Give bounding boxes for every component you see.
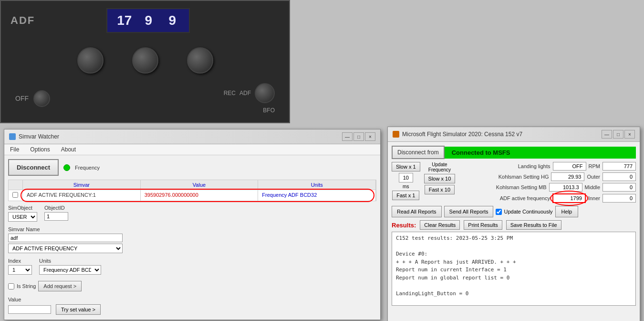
simobject-select[interactable]: USER [8, 212, 37, 222]
top-controls: Disconnect Frequency [8, 159, 376, 176]
left-column: SimObject USER ObjectID Simvar Name ADF [8, 205, 123, 315]
middle-value[interactable] [602, 183, 636, 192]
units-select[interactable]: Frequency ADF BCD32 [39, 265, 101, 275]
update-continuously-checkbox[interactable] [496, 209, 502, 215]
simvar-main-content: Disconnect Frequency Simvar Value Units … [4, 155, 380, 319]
result-line: Device #0: [396, 306, 632, 306]
update-freq-section: UpdateFrequency Slow x 10 Fast x 10 [424, 162, 456, 194]
msfs-minimize-button[interactable]: — [602, 130, 612, 139]
result-line: Report num in global report list = 0 [396, 274, 632, 282]
index-units-section: Index 1 Units Frequency ADF BCD32 [8, 258, 123, 275]
table-data-row: ADF ACTIVE FREQUENCY:1 395902976.0000000… [9, 190, 376, 201]
is-string-checkbox[interactable] [8, 283, 14, 289]
titlebar-controls: — □ × [342, 132, 375, 141]
adf-right-knob[interactable] [255, 83, 275, 103]
row-simvar-cell: ADF ACTIVE FREQUENCY:1 [23, 190, 141, 201]
adf-display: 17 9 9 [106, 8, 190, 33]
menu-about[interactable]: About [59, 146, 78, 153]
msfs-icon [393, 131, 399, 138]
frequency-label: Frequency [75, 165, 100, 171]
adf-adf-label: ADF [239, 90, 251, 96]
objectid-input[interactable] [44, 212, 68, 221]
adf-knob-3[interactable] [187, 47, 213, 74]
simvar-name-label: Simvar Name [8, 226, 123, 232]
adf-knob-2[interactable] [132, 47, 158, 74]
slow-x1-button[interactable]: Slow x 1 [392, 162, 420, 171]
result-line: + + + A Report has just ARRIVED. + + + [396, 258, 632, 267]
col-header-simvar: Simvar [23, 180, 141, 190]
result-line: C152 test results: 2023-05-25 3:25 PM [396, 235, 632, 243]
send-all-reports-button[interactable]: Send All Reports [444, 206, 494, 217]
simvar-name-input[interactable] [8, 234, 123, 242]
msfs-close-button[interactable]: × [624, 130, 635, 139]
update-continuously-row: Update Continuously [496, 209, 552, 215]
read-all-reports-button[interactable]: Read All Reports [392, 206, 442, 217]
simvar-name-section: Simvar Name ADF ACTIVE FREQUENCY [8, 226, 123, 253]
middle-label: Middle [585, 184, 600, 190]
kohlsman-mb-value[interactable] [549, 183, 582, 192]
connection-indicator [63, 164, 70, 171]
kohlsman-hg-value[interactable] [551, 172, 584, 181]
update-freq-label: UpdateFrequency [428, 162, 451, 172]
adf-freq-value[interactable] [552, 193, 586, 203]
left-speed-btns: Slow x 1 10 ms Fast x 1 [392, 162, 420, 200]
result-line: LandingLight_Button = 0 [396, 290, 632, 298]
adf-knob-1[interactable] [77, 47, 104, 74]
titlebar-left: Simvar Watcher [9, 133, 59, 140]
outer-value[interactable] [602, 172, 636, 181]
outer-label: Outer [587, 174, 600, 180]
msfs-titlebar: Microsoft Flight Simulator 2020: Cessna … [388, 127, 640, 142]
adf-freq-row: ADF active frequency Inner [459, 193, 636, 203]
landing-lights-value[interactable] [553, 162, 586, 171]
inner-value[interactable] [602, 194, 636, 203]
landing-lights-row: Landing lights RPM [459, 162, 636, 171]
simobject-label: SimObject [8, 205, 37, 211]
simobject-group: SimObject USER [8, 205, 37, 222]
msfs-title: Microsoft Flight Simulator 2020: Cessna … [402, 131, 522, 138]
simvar-titlebar: Simvar Watcher — □ × [4, 129, 380, 144]
fast-x10-button[interactable]: Fast x 10 [425, 185, 455, 194]
simvar-dropdown[interactable]: ADF ACTIVE FREQUENCY [8, 244, 123, 253]
close-button[interactable]: × [365, 132, 375, 141]
msfs-maximize-button[interactable]: □ [613, 130, 623, 139]
right-fields: Landing lights RPM Kohlsman Setting HG O… [459, 162, 636, 203]
try-set-button[interactable]: Try set value > [56, 304, 101, 315]
disconnect-from-button[interactable]: Disconnect from [392, 146, 445, 159]
row-checkbox[interactable] [12, 192, 18, 198]
msfs-content: Disconnect from Connected to MSFS Slow x… [388, 142, 640, 310]
index-label: Index [8, 258, 32, 264]
is-string-row: Is String Add request > [8, 281, 123, 291]
adf-freq-label: ADF active frequency [500, 195, 550, 201]
rpm-value[interactable] [602, 162, 636, 171]
rpm-label: RPM [589, 163, 600, 169]
print-results-button[interactable]: Print Results [464, 220, 502, 230]
results-text-area[interactable]: C152 test results: 2023-05-25 3:25 PM De… [392, 232, 636, 306]
col-header-checkbox [9, 180, 23, 190]
maximize-button[interactable]: □ [353, 132, 364, 141]
disconnect-button[interactable]: Disconnect [8, 159, 59, 176]
index-select[interactable]: 1 [8, 265, 32, 275]
save-results-button[interactable]: Save Results to File [506, 220, 561, 230]
clear-results-button[interactable]: Clear Results [420, 220, 460, 230]
value-input[interactable] [8, 305, 51, 314]
minimize-button[interactable]: — [342, 132, 353, 141]
units-group: Units Frequency ADF BCD32 [39, 258, 101, 275]
fast-x1-button[interactable]: Fast x 1 [392, 191, 419, 200]
slow-x10-button[interactable]: Slow x 10 [424, 174, 456, 183]
simvar-watcher-window: Simvar Watcher — □ × File Options About … [4, 129, 381, 320]
row-checkbox-cell [9, 190, 23, 201]
adf-panel: ADF 17 9 9 OFF REC ADF BFO [0, 0, 290, 123]
connected-status: Connected to MSFS [445, 147, 636, 159]
ms-label: ms [403, 184, 409, 189]
result-line: Report num in current Interface = 1 [396, 266, 632, 274]
update-continuously-label: Update Continuously [504, 209, 552, 214]
simvar-icon [9, 133, 16, 140]
menu-options[interactable]: Options [28, 146, 52, 153]
adf-off-knob[interactable] [33, 90, 50, 107]
add-request-button[interactable]: Add request > [38, 281, 82, 291]
is-string-label: Is String [17, 283, 36, 289]
adf-knobs-row [1, 43, 289, 78]
help-button[interactable]: Help [555, 206, 579, 217]
simvar-title: Simvar Watcher [19, 133, 59, 140]
menu-file[interactable]: File [8, 146, 21, 153]
